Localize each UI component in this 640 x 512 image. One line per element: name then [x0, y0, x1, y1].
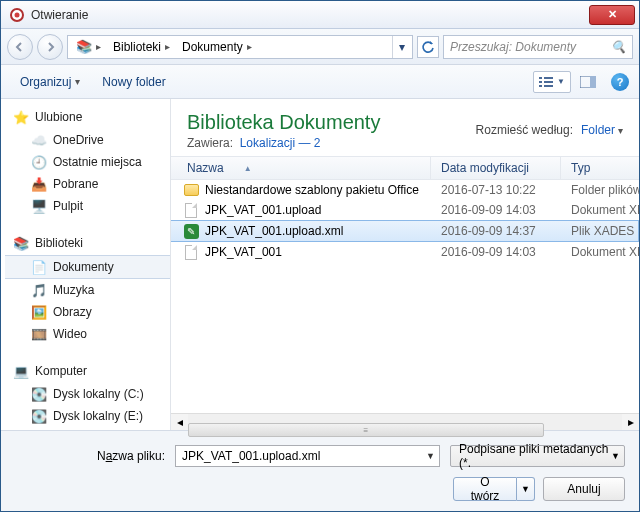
file-icon — [185, 203, 197, 218]
nav-onedrive[interactable]: ☁️OneDrive — [5, 129, 170, 151]
file-row[interactable]: JPK_VAT_0012016-09-09 14:03Dokument XML — [171, 242, 639, 262]
music-icon: 🎵 — [31, 282, 47, 298]
file-type: Folder plików — [561, 183, 639, 197]
svg-rect-4 — [539, 81, 542, 83]
view-mode-button[interactable]: ▼ — [533, 71, 571, 93]
svg-rect-2 — [539, 77, 542, 79]
svg-rect-6 — [539, 85, 542, 87]
open-dropdown[interactable]: ▼ — [517, 477, 535, 501]
chevron-down-icon[interactable]: ▼ — [611, 451, 620, 461]
nav-recent[interactable]: 🕘Ostatnie miejsca — [5, 151, 170, 173]
file-date: 2016-09-09 14:03 — [431, 203, 561, 217]
file-name: JPK_VAT_001 — [205, 245, 282, 259]
close-button[interactable]: ✕ — [589, 5, 635, 25]
column-name[interactable]: Nazwa▲ — [171, 157, 431, 179]
library-icon: 📚 — [13, 235, 29, 251]
computer-icon: 💻 — [13, 363, 29, 379]
search-placeholder: Przeszukaj: Dokumenty — [450, 40, 576, 54]
desktop-icon: 🖥️ — [31, 198, 47, 214]
breadcrumb-seg2-label: Dokumenty — [182, 40, 243, 54]
filter-dropdown[interactable]: Podpisane pliki metadanych (*.▼ — [450, 445, 625, 467]
column-date[interactable]: Data modyfikacji — [431, 157, 561, 179]
address-dropdown[interactable]: ▾ — [392, 36, 410, 58]
scroll-left-button[interactable]: ◂ — [171, 414, 188, 431]
file-date: 2016-07-13 10:22 — [431, 183, 561, 197]
address-bar[interactable]: 📚▸ Biblioteki▸ Dokumenty▸ ▾ — [67, 35, 413, 59]
svg-point-1 — [15, 12, 20, 17]
nav-computer-label: Komputer — [35, 364, 87, 378]
nav-desktop[interactable]: 🖥️Pulpit — [5, 195, 170, 217]
arrange-label: Rozmieść według: — [476, 123, 573, 137]
scroll-thumb[interactable]: ≡ — [188, 423, 544, 437]
organize-button[interactable]: Organizuj▾ — [11, 70, 89, 94]
xml-icon: ✎ — [184, 224, 199, 239]
chevron-down-icon[interactable]: ▼ — [426, 451, 435, 461]
file-date: 2016-09-09 14:37 — [431, 224, 561, 238]
file-name: JPK_VAT_001.upload.xml — [205, 224, 343, 238]
nav-computer[interactable]: 💻Komputer — [5, 359, 170, 383]
filename-input[interactable]: JPK_VAT_001.upload.xml▼ — [175, 445, 440, 467]
breadcrumb-seg2[interactable]: Dokumenty▸ — [176, 36, 258, 58]
file-row[interactable]: JPK_VAT_001.upload2016-09-09 14:03Dokume… — [171, 200, 639, 220]
sort-asc-icon: ▲ — [244, 164, 252, 173]
nav-libraries[interactable]: 📚Biblioteki — [5, 231, 170, 255]
star-icon: ⭐ — [13, 109, 29, 125]
scroll-right-button[interactable]: ▸ — [622, 414, 639, 431]
file-row[interactable]: ✎JPK_VAT_001.upload.xml2016-09-09 14:37P… — [171, 220, 639, 242]
file-type: Plik XADES — [561, 224, 638, 238]
preview-pane-button[interactable] — [575, 71, 601, 93]
file-icon — [185, 245, 197, 260]
arrange-dropdown[interactable]: Folder▾ — [581, 123, 623, 137]
app-icon — [9, 7, 25, 23]
organize-label: Organizuj — [20, 75, 71, 89]
nav-drive-e[interactable]: 💽Dysk lokalny (E:) — [5, 405, 170, 427]
file-list[interactable]: Niestandardowe szablony pakietu Office20… — [171, 180, 639, 413]
svg-rect-7 — [544, 85, 553, 87]
horizontal-scrollbar[interactable]: ◂ ≡ ▸ — [171, 413, 639, 430]
search-icon: 🔍 — [611, 40, 626, 54]
file-name: JPK_VAT_001.upload — [205, 203, 321, 217]
nav-favorites[interactable]: ⭐Ulubione — [5, 105, 170, 129]
new-folder-label: Nowy folder — [102, 75, 165, 89]
download-icon: 📥 — [31, 176, 47, 192]
filename-value: JPK_VAT_001.upload.xml — [182, 449, 320, 463]
nav-documents[interactable]: 📄Dokumenty — [5, 255, 170, 279]
refresh-button[interactable] — [417, 36, 439, 58]
file-row[interactable]: Niestandardowe szablony pakietu Office20… — [171, 180, 639, 200]
open-button[interactable]: Otwórz ▼ — [453, 477, 535, 501]
cloud-icon: ☁️ — [31, 132, 47, 148]
cancel-button[interactable]: Anuluj — [543, 477, 625, 501]
breadcrumb-seg1-label: Biblioteki — [113, 40, 161, 54]
filter-label: Podpisane pliki metadanych (*. — [459, 442, 611, 470]
document-icon: 📄 — [31, 259, 47, 275]
recent-icon: 🕘 — [31, 154, 47, 170]
nav-tree[interactable]: ⭐Ulubione ☁️OneDrive 🕘Ostatnie miejsca 📥… — [1, 99, 171, 430]
nav-pictures[interactable]: 🖼️Obrazy — [5, 301, 170, 323]
nav-drive-c[interactable]: 💽Dysk lokalny (C:) — [5, 383, 170, 405]
filename-label: Nazwa pliku: — [15, 449, 165, 463]
nav-libraries-label: Biblioteki — [35, 236, 83, 250]
nav-videos[interactable]: 🎞️Wideo — [5, 323, 170, 345]
help-button[interactable]: ? — [611, 73, 629, 91]
search-input[interactable]: Przeszukaj: Dokumenty 🔍 — [443, 35, 633, 59]
library-title: Biblioteka Dokumenty — [187, 111, 380, 134]
nav-back-button[interactable] — [7, 34, 33, 60]
new-folder-button[interactable]: Nowy folder — [93, 70, 174, 94]
breadcrumb-root[interactable]: 📚▸ — [70, 36, 107, 58]
svg-rect-9 — [590, 76, 596, 88]
nav-downloads[interactable]: 📥Pobrane — [5, 173, 170, 195]
folder-icon — [184, 184, 199, 196]
svg-rect-5 — [544, 81, 553, 83]
window-title: Otwieranie — [31, 8, 589, 22]
disk-icon: 💽 — [31, 408, 47, 424]
video-icon: 🎞️ — [31, 326, 47, 342]
breadcrumb-seg1[interactable]: Biblioteki▸ — [107, 36, 176, 58]
nav-favorites-label: Ulubione — [35, 110, 82, 124]
svg-rect-3 — [544, 77, 553, 79]
file-name: Niestandardowe szablony pakietu Office — [205, 183, 419, 197]
column-type[interactable]: Typ — [561, 157, 639, 179]
locations-link[interactable]: Lokalizacji — 2 — [240, 136, 321, 150]
nav-music[interactable]: 🎵Muzyka — [5, 279, 170, 301]
nav-forward-button[interactable] — [37, 34, 63, 60]
disk-icon: 💽 — [31, 386, 47, 402]
